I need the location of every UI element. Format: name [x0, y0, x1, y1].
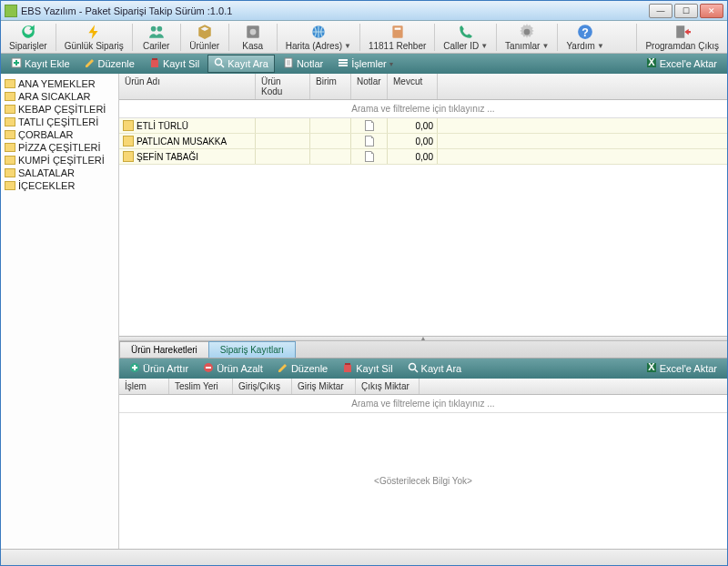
action-label: Notlar [297, 58, 323, 69]
table-row[interactable]: ETLİ TÜRLÜ0,00 [119, 118, 727, 134]
toolbar-caller-id[interactable]: Caller ID ▼ [437, 21, 494, 54]
edit-icon [278, 362, 288, 375]
cell-name: PATLICAN MUSAKKA [119, 134, 256, 148]
cell-stock: 0,00 [388, 149, 438, 164]
folder-icon [5, 79, 15, 88]
action-kay-t-ara[interactable]: Kayıt Ara [401, 359, 469, 378]
toolbar-label: Cariler [143, 41, 169, 51]
tree-item[interactable]: ARA SICAKLAR [3, 90, 116, 103]
tree-item[interactable]: ÇORBALAR [3, 128, 116, 141]
col-gc[interactable]: Giriş/Çıkış [233, 379, 292, 394]
top-action-bar: Kayıt EkleDüzenleKayıt SilKayıt AraNotla… [1, 54, 727, 74]
col-islem[interactable]: İşlem [119, 379, 169, 394]
minus-icon [203, 362, 214, 375]
tree-item[interactable]: PİZZA ÇEŞİTLERİ [3, 141, 116, 154]
tree-item[interactable]: SALATALAR [3, 167, 116, 179]
col-mevcut[interactable]: Mevcut [388, 74, 438, 99]
toolbar-harita-adres-[interactable]: Harita (Adres) ▼ [279, 21, 358, 54]
action--r-n-artt-r[interactable]: Ürün Arttır [123, 359, 195, 378]
tree-item-label: PİZZA ÇEŞİTLERİ [18, 142, 100, 153]
action-i-lemler[interactable]: İşlemler▾ [331, 55, 399, 73]
note-page-icon [365, 151, 374, 162]
toolbar-cariler[interactable]: Cariler [135, 21, 178, 54]
col-notlar[interactable]: Notlar [351, 74, 388, 99]
action--r-n-azalt[interactable]: Ürün Azalt [197, 359, 269, 378]
plus-icon [129, 362, 140, 375]
chevron-down-icon: ▼ [541, 42, 549, 50]
col-giris[interactable]: Giriş Miktar [292, 379, 356, 394]
excel-icon: X [646, 57, 657, 70]
folder-icon [5, 156, 15, 165]
maximize-button[interactable]: ☐ [674, 4, 698, 18]
svg-text:X: X [648, 57, 655, 67]
cell-notes[interactable] [351, 118, 388, 133]
bottom-grid-empty: <Gösterilecek Bilgi Yok> [119, 413, 727, 550]
action-kay-t-sil[interactable]: Kayıt Sil [336, 359, 399, 378]
toolbar-exit[interactable]: Programdan Çıkış [639, 21, 725, 54]
toolbar-11811-rehber[interactable]: 11811 Rehber [362, 21, 432, 54]
table-row[interactable]: PATLICAN MUSAKKA0,00 [119, 134, 727, 149]
folder-icon [123, 120, 134, 131]
action-d-zenle[interactable]: Düzenle [271, 359, 334, 378]
action-notlar[interactable]: Notlar [277, 55, 329, 73]
tree-item-label: TATLI ÇEŞİTLERİ [18, 116, 98, 127]
category-tree: ANA YEMEKLERARA SICAKLARKEBAP ÇEŞİTLERİT… [1, 74, 119, 549]
cell-notes[interactable] [351, 149, 388, 164]
bottom-grid-filter-row[interactable]: Arama ve filtreleme için tıklayınız ... [119, 395, 727, 413]
toolbar-tan-mlar[interactable]: Tanımlar ▼ [499, 21, 555, 54]
cell-notes[interactable] [351, 134, 388, 148]
toolbar-g-nl-k-sipari-[interactable]: Günlük Sipariş [58, 21, 130, 54]
cell-name: ETLİ TÜRLÜ [119, 118, 256, 133]
svg-text:X: X [648, 362, 655, 372]
chevron-down-icon: ▼ [480, 42, 488, 50]
action-kay-t-ekle[interactable]: Kayıt Ekle [5, 55, 76, 73]
toolbar-yard-m[interactable]: ?Yardım ▼ [560, 21, 610, 54]
bottom-grid-header: İşlem Teslim Yeri Giriş/Çıkış Giriş Mikt… [119, 379, 727, 395]
action-kay-t-sil[interactable]: Kayıt Sil [143, 55, 206, 73]
col-cikis[interactable]: Çıkış Miktar [356, 379, 420, 394]
table-row[interactable]: ŞEFİN TABAĞI0,00 [119, 149, 727, 165]
action-excel-export[interactable]: XExcel'e Aktar [640, 55, 723, 73]
toolbar-label: Ürünler [189, 41, 219, 51]
close-button[interactable]: ✕ [700, 4, 723, 18]
svg-rect-13 [152, 58, 157, 60]
app-window: EBS Yazılım - Paket Siparişi Takip Sürüm… [0, 0, 728, 566]
tree-item[interactable]: TATLI ÇEŞİTLERİ [3, 116, 116, 128]
folder-icon [123, 136, 134, 147]
svg-rect-6 [394, 27, 400, 29]
minimize-button[interactable]: — [649, 4, 672, 18]
svg-rect-18 [339, 65, 348, 66]
action-kay-t-ara[interactable]: Kayıt Ara [207, 55, 275, 73]
window-title: EBS Yazılım - Paket Siparişi Takip Sürüm… [21, 5, 649, 16]
action-label: Kayıt Ara [421, 363, 462, 374]
action-label: Kayıt Sil [163, 58, 199, 69]
toolbar-sipari-ler[interactable]: Siparişler [3, 21, 54, 54]
cell-code [256, 118, 310, 133]
action-d-zenle[interactable]: Düzenle [78, 55, 141, 73]
search-icon [408, 362, 419, 375]
col-birim[interactable]: Birim [310, 74, 351, 99]
tree-item[interactable]: ANA YEMEKLER [3, 77, 116, 90]
note-page-icon [365, 136, 374, 147]
col-urun-kodu[interactable]: Ürün Kodu [256, 74, 310, 99]
right-pane: Ürün Adı Ürün Kodu Birim Notlar Mevcut A… [119, 74, 727, 549]
toolbar-label: 11811 Rehber [369, 41, 426, 51]
toolbar-kasa[interactable]: Kasa [231, 21, 275, 54]
tree-item[interactable]: KUMPİ ÇEŞİTLERİ [3, 154, 116, 167]
folder-icon [5, 168, 15, 177]
toolbar--r-nler[interactable]: Ürünler [183, 21, 227, 54]
col-urun-adi[interactable]: Ürün Adı [119, 74, 256, 99]
top-grid-filter-row[interactable]: Arama ve filtreleme için tıklayınız ... [119, 100, 727, 118]
cell-code [256, 149, 310, 164]
cell-unit [310, 134, 351, 148]
action-label: Excel'e Aktar [660, 363, 717, 374]
svg-point-14 [216, 59, 222, 66]
col-teslim[interactable]: Teslim Yeri [169, 379, 233, 394]
tree-item[interactable]: İÇECEKLER [3, 179, 116, 192]
action-excel-export[interactable]: XExcel'e Aktar [640, 359, 723, 378]
tree-item[interactable]: KEBAP ÇEŞİTLERİ [3, 103, 116, 116]
tab-sipari-kay-tlar-[interactable]: Sipariş Kayıtları [208, 341, 296, 358]
toolbar-label: Kasa [242, 41, 263, 51]
tab--r-n-hareketleri[interactable]: Ürün Hareketleri [119, 341, 209, 358]
toolbar-label: Harita (Adres) ▼ [286, 41, 351, 51]
